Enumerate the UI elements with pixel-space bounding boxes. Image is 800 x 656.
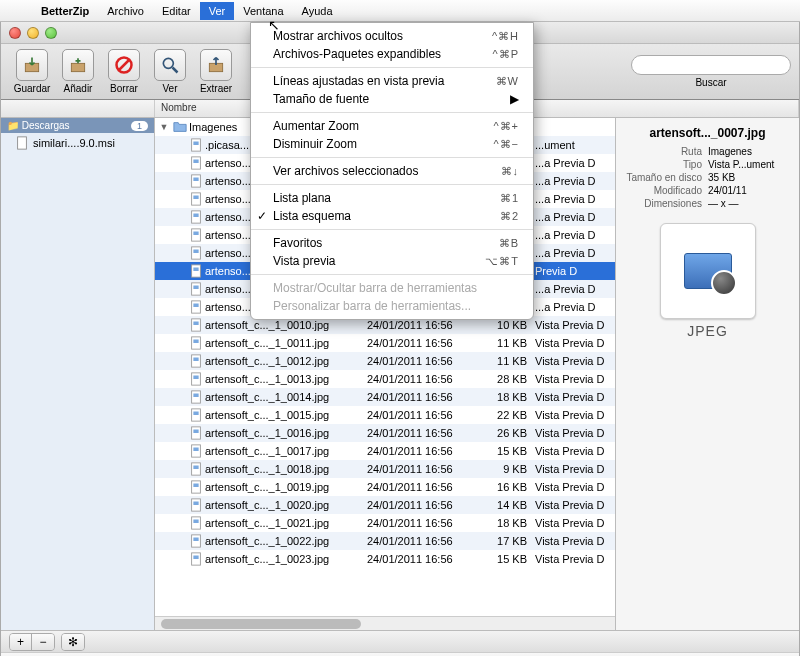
file-icon <box>189 498 205 512</box>
ver-dropdown: Mostrar archivos ocultos^⌘HArchivos-Paqu… <box>250 22 534 320</box>
svg-rect-53 <box>193 520 198 524</box>
file-row[interactable]: artensoft_c..._1_0016.jpg24/01/2011 16:5… <box>155 424 615 442</box>
svg-rect-37 <box>193 376 198 380</box>
preview-row: RutaImagenes <box>624 146 791 157</box>
guardar-button[interactable]: Guardar <box>9 49 55 94</box>
menu-item[interactable]: Lista plana⌘1 <box>251 189 533 207</box>
menu-archivo[interactable]: Archivo <box>98 2 153 20</box>
file-row[interactable]: artensoft_c..._1_0020.jpg24/01/2011 16:5… <box>155 496 615 514</box>
file-icon <box>189 138 205 152</box>
menu-item: Personalizar barra de herramientas... <box>251 297 533 315</box>
svg-rect-21 <box>193 232 198 236</box>
file-icon <box>189 354 205 368</box>
file-icon <box>189 336 205 350</box>
add-button[interactable]: + <box>10 634 32 650</box>
menu-ver[interactable]: Ver <box>200 2 235 20</box>
menu-item[interactable]: Vista previa⌥⌘T <box>251 252 533 270</box>
anadir-icon <box>62 49 94 81</box>
file-icon <box>189 282 205 296</box>
menu-item[interactable]: Mostrar archivos ocultos^⌘H <box>251 27 533 45</box>
menu-item[interactable]: Líneas ajustadas en vista previa⌘W <box>251 72 533 90</box>
file-icon <box>189 192 205 206</box>
status-bar: 1 seleccionado, tamaño sin comprimir: 35… <box>1 652 799 656</box>
menu-item[interactable]: Archivos-Paquetes expandibles^⌘P <box>251 45 533 63</box>
svg-rect-31 <box>193 322 198 326</box>
file-row[interactable]: artensoft_c..._1_0023.jpg24/01/2011 16:5… <box>155 550 615 568</box>
menu-ventana[interactable]: Ventana <box>234 2 292 20</box>
svg-rect-35 <box>193 358 198 362</box>
file-row[interactable]: artensoft_c..._1_0017.jpg24/01/2011 16:5… <box>155 442 615 460</box>
sidebar-item[interactable]: similari....9.0.msi <box>1 133 154 153</box>
file-row[interactable]: artensoft_c..._1_0014.jpg24/01/2011 16:5… <box>155 388 615 406</box>
menu-editar[interactable]: Editar <box>153 2 200 20</box>
preview-row: Dimensiones— x — <box>624 198 791 209</box>
action-button[interactable]: ✻ <box>62 634 84 650</box>
file-row[interactable]: artensoft_c..._1_0022.jpg24/01/2011 16:5… <box>155 532 615 550</box>
menubar: BetterZip ArchivoEditarVerVentanaAyuda <box>0 0 800 22</box>
search-input[interactable] <box>631 55 791 75</box>
svg-rect-47 <box>193 466 198 470</box>
footer-bar: + − ✻ <box>1 630 799 652</box>
sidebar-header[interactable]: 📁 Descargas 1 <box>1 118 154 133</box>
file-icon <box>189 156 205 170</box>
menu-ayuda[interactable]: Ayuda <box>293 2 342 20</box>
file-icon <box>189 462 205 476</box>
app-name[interactable]: BetterZip <box>32 2 98 20</box>
svg-rect-13 <box>193 160 198 164</box>
svg-line-5 <box>173 68 178 73</box>
zoom-button[interactable] <box>45 27 57 39</box>
borrar-button[interactable]: Borrar <box>101 49 147 94</box>
menu-item[interactable]: Ver archivos seleccionados⌘↓ <box>251 162 533 180</box>
preview-thumbnail: JPEG <box>653 223 763 339</box>
menu-item: Mostrar/Ocultar barra de herramientas <box>251 279 533 297</box>
svg-rect-1 <box>71 63 84 71</box>
file-icon <box>189 372 205 386</box>
menu-item[interactable]: ✓Lista esquema⌘2 <box>251 207 533 225</box>
extraer-button[interactable]: Extraer <box>193 49 239 94</box>
file-row[interactable]: artensoft_c..._1_0019.jpg24/01/2011 16:5… <box>155 478 615 496</box>
preview-row: TipoVista P...ument <box>624 159 791 170</box>
file-icon <box>15 136 29 150</box>
svg-rect-29 <box>193 304 198 308</box>
svg-rect-41 <box>193 412 198 416</box>
file-row[interactable]: artensoft_c..._1_0013.jpg24/01/2011 16:5… <box>155 370 615 388</box>
file-icon <box>189 516 205 530</box>
borrar-icon <box>108 49 140 81</box>
svg-rect-23 <box>193 250 198 254</box>
remove-button[interactable]: − <box>32 634 54 650</box>
jpeg-icon <box>660 223 756 319</box>
search-label: Buscar <box>695 77 726 88</box>
file-icon <box>189 174 205 188</box>
menu-item[interactable]: Tamaño de fuente▶ <box>251 90 533 108</box>
svg-rect-39 <box>193 394 198 398</box>
menu-item[interactable]: Favoritos⌘B <box>251 234 533 252</box>
anadir-button[interactable]: Añadir <box>55 49 101 94</box>
horizontal-scrollbar[interactable] <box>155 616 615 630</box>
ver-icon <box>154 49 186 81</box>
svg-line-3 <box>119 60 129 70</box>
close-button[interactable] <box>9 27 21 39</box>
file-icon <box>189 318 205 332</box>
minimize-button[interactable] <box>27 27 39 39</box>
menu-item[interactable]: Aumentar Zoom^⌘+ <box>251 117 533 135</box>
menu-item[interactable]: Disminuir Zoom^⌘− <box>251 135 533 153</box>
guardar-icon <box>16 49 48 81</box>
file-icon <box>189 534 205 548</box>
preview-row: Tamaño en disco35 KB <box>624 172 791 183</box>
preview-title: artensoft..._0007.jpg <box>624 126 791 140</box>
file-row[interactable]: artensoft_c..._1_0012.jpg24/01/2011 16:5… <box>155 352 615 370</box>
file-row[interactable]: artensoft_c..._1_0015.jpg24/01/2011 16:5… <box>155 406 615 424</box>
svg-point-4 <box>163 58 173 68</box>
svg-rect-11 <box>193 142 198 146</box>
ver-button[interactable]: Ver <box>147 49 193 94</box>
file-icon <box>189 210 205 224</box>
svg-rect-49 <box>193 484 198 488</box>
file-row[interactable]: artensoft_c..._1_0021.jpg24/01/2011 16:5… <box>155 514 615 532</box>
file-icon <box>189 408 205 422</box>
svg-rect-9 <box>18 137 27 149</box>
file-row[interactable]: artensoft_c..._1_0011.jpg24/01/2011 16:5… <box>155 334 615 352</box>
svg-rect-15 <box>193 178 198 182</box>
svg-rect-25 <box>193 268 198 272</box>
file-row[interactable]: artensoft_c..._1_0018.jpg24/01/2011 16:5… <box>155 460 615 478</box>
file-icon <box>189 480 205 494</box>
